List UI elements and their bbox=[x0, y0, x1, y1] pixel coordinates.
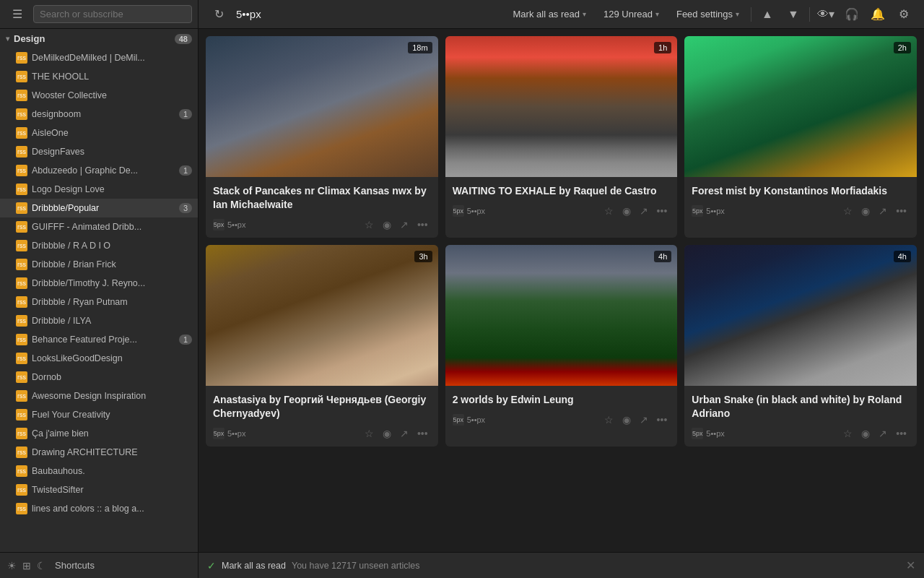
card-read-button-1[interactable]: ◉ bbox=[619, 204, 634, 218]
card-source-3: 5px 5••px bbox=[213, 428, 357, 439]
search-input[interactable] bbox=[33, 5, 192, 23]
card-card1[interactable]: 18m Stack of Pancakes nr Climax Kansas n… bbox=[206, 36, 438, 238]
card-more-button-4[interactable]: ••• bbox=[654, 413, 671, 427]
sidebar-item-17[interactable]: rss Dornob bbox=[0, 368, 198, 387]
sidebar-item-0[interactable]: rss DeMilkedDeMilked | DeMil... bbox=[0, 48, 198, 67]
sidebar-item-badge-8: 3 bbox=[179, 203, 192, 213]
hamburger-button[interactable]: ☰ bbox=[6, 3, 29, 26]
card-more-button-1[interactable]: ••• bbox=[654, 204, 671, 218]
card-share-button-0[interactable]: ↗ bbox=[397, 217, 411, 232]
card-share-button-2[interactable]: ↗ bbox=[876, 204, 890, 218]
bottombar-mark-read[interactable]: Mark all as read bbox=[222, 561, 286, 571]
unread-button[interactable]: 129 Unread ▾ bbox=[596, 6, 666, 22]
card-share-button-4[interactable]: ↗ bbox=[637, 413, 651, 427]
feed-settings-button[interactable]: Feed settings ▾ bbox=[669, 6, 746, 22]
card-actions-1: ☆ ◉ ↗ ••• bbox=[601, 204, 671, 218]
sidebar-item-23[interactable]: rss TwistedSifter bbox=[0, 480, 198, 499]
card-card2[interactable]: 1h WAITING TO EXHALE by Raquel de Castro… bbox=[445, 36, 678, 238]
card-card6[interactable]: 4h Urban Snake (in black and white) by R… bbox=[684, 245, 917, 447]
card-source-logo-1: 5px bbox=[453, 205, 464, 217]
layout-icon[interactable]: ⊞ bbox=[22, 560, 31, 571]
card-star-button-3[interactable]: ☆ bbox=[362, 426, 377, 441]
card-more-button-3[interactable]: ••• bbox=[414, 426, 431, 441]
view-icon: 👁 bbox=[817, 8, 829, 21]
feed-icon-15: rss bbox=[16, 334, 27, 345]
next-article-button[interactable]: ▼ bbox=[782, 3, 805, 26]
card-star-button-0[interactable]: ☆ bbox=[362, 217, 377, 232]
card-source-5: 5px 5••px bbox=[692, 428, 836, 439]
sidebar-item-label-15: Behance Featured Proje... bbox=[32, 335, 175, 345]
card-source-name-1: 5••px bbox=[467, 207, 485, 215]
sidebar-group-design[interactable]: ▾ Design 48 bbox=[0, 29, 198, 48]
settings-button[interactable]: ⚙ bbox=[892, 3, 915, 26]
sidebar-items-list: rss DeMilkedDeMilked | DeMil... rss THE … bbox=[0, 48, 198, 518]
card-card5[interactable]: 4h 2 worlds by Edwin Leung 5px 5••px ☆ ◉… bbox=[445, 245, 678, 447]
card-star-button-1[interactable]: ☆ bbox=[601, 204, 616, 218]
sidebar-item-label-24: lines and colors :: a blog a... bbox=[32, 504, 192, 514]
card-star-button-5[interactable]: ☆ bbox=[840, 426, 855, 441]
card-body-4: 2 worlds by Edwin Leung 5px 5••px ☆ ◉ ↗ … bbox=[445, 386, 678, 433]
sidebar-item-4[interactable]: rss AisleOne bbox=[0, 124, 198, 142]
check-icon: ✓ bbox=[207, 560, 216, 571]
card-card4[interactable]: 3h Anastasiya by Георгий Чернядьев (Geor… bbox=[206, 245, 438, 447]
card-read-button-5[interactable]: ◉ bbox=[858, 426, 873, 441]
sidebar-item-20[interactable]: rss Ça j'aime bien bbox=[0, 424, 198, 443]
feed-icon-5: rss bbox=[16, 146, 27, 158]
sidebar-item-14[interactable]: rss Dribbble / ILYA bbox=[0, 311, 198, 330]
sidebar-item-7[interactable]: rss Logo Design Love bbox=[0, 180, 198, 199]
view-button[interactable]: 👁 ▾ bbox=[814, 3, 837, 26]
bottombar-close-button[interactable]: ✕ bbox=[906, 558, 915, 572]
podcast-button[interactable]: 🎧 bbox=[840, 3, 863, 26]
card-title-4: 2 worlds by Edwin Leung bbox=[453, 393, 671, 407]
card-read-button-3[interactable]: ◉ bbox=[380, 426, 394, 441]
card-image-wrap-1: 1h bbox=[445, 36, 678, 177]
sidebar-item-label-1: THE KHOOLL bbox=[32, 72, 192, 82]
sidebar-item-12[interactable]: rss Dribbble/Timothy J. Reyno... bbox=[0, 274, 198, 293]
sidebar-item-13[interactable]: rss Dribbble / Ryan Putnam bbox=[0, 293, 198, 311]
sidebar-item-21[interactable]: rss Drawing ARCHITECTURE bbox=[0, 443, 198, 462]
prev-article-button[interactable]: ▲ bbox=[756, 3, 779, 26]
sidebar-item-8[interactable]: rss Dribbble/Popular 3 bbox=[0, 199, 198, 217]
card-share-button-1[interactable]: ↗ bbox=[637, 204, 651, 218]
sidebar-item-24[interactable]: rss lines and colors :: a blog a... bbox=[0, 499, 198, 518]
theme-icon[interactable]: ☀ bbox=[7, 560, 17, 571]
sidebar-item-5[interactable]: rss DesignFaves bbox=[0, 142, 198, 161]
sidebar-item-16[interactable]: rss LooksLikeGoodDesign bbox=[0, 349, 198, 368]
feed-icon-20: rss bbox=[16, 428, 27, 439]
refresh-button[interactable]: ↻ bbox=[207, 3, 230, 26]
mark-all-read-chevron: ▾ bbox=[583, 10, 586, 18]
card-share-button-3[interactable]: ↗ bbox=[397, 426, 411, 441]
sidebar-item-18[interactable]: rss Awesome Design Inspiration bbox=[0, 387, 198, 405]
sidebar-item-label-18: Awesome Design Inspiration bbox=[32, 391, 192, 401]
card-more-button-0[interactable]: ••• bbox=[414, 217, 431, 232]
card-share-button-5[interactable]: ↗ bbox=[876, 426, 890, 441]
card-image-3 bbox=[206, 245, 438, 386]
shortcuts-label[interactable]: Shortcuts bbox=[55, 560, 95, 571]
notifications-button[interactable]: 🔔 bbox=[866, 3, 889, 26]
card-read-button-0[interactable]: ◉ bbox=[380, 217, 394, 232]
sidebar-item-9[interactable]: rss GUIFFF - Animated Dribb... bbox=[0, 217, 198, 236]
sidebar-item-22[interactable]: rss Baubauhous. bbox=[0, 462, 198, 480]
card-star-button-4[interactable]: ☆ bbox=[601, 413, 616, 427]
feed-icon-14: rss bbox=[16, 315, 27, 327]
sidebar-item-1[interactable]: rss THE KHOOLL bbox=[0, 67, 198, 86]
card-star-button-2[interactable]: ☆ bbox=[840, 204, 855, 218]
card-read-button-4[interactable]: ◉ bbox=[619, 413, 634, 427]
card-read-button-2[interactable]: ◉ bbox=[858, 204, 873, 218]
sidebar-item-11[interactable]: rss Dribbble / Brian Frick bbox=[0, 255, 198, 274]
card-more-button-5[interactable]: ••• bbox=[893, 426, 910, 441]
sidebar-item-3[interactable]: rss designboom 1 bbox=[0, 105, 198, 124]
card-card3[interactable]: 2h Forest mist by Konstantinos Morfiadak… bbox=[684, 36, 917, 238]
sidebar-item-6[interactable]: rss Abduzeedo | Graphic De... 1 bbox=[0, 161, 198, 180]
sidebar-item-2[interactable]: rss Wooster Collective bbox=[0, 86, 198, 105]
card-more-button-2[interactable]: ••• bbox=[893, 204, 910, 218]
divider bbox=[751, 7, 751, 22]
sidebar-item-19[interactable]: rss Fuel Your Creativity bbox=[0, 405, 198, 424]
moon-icon[interactable]: ☾ bbox=[37, 560, 46, 571]
sidebar-item-15[interactable]: rss Behance Featured Proje... 1 bbox=[0, 330, 198, 349]
mark-all-read-button[interactable]: Mark all as read ▾ bbox=[506, 6, 593, 22]
sidebar-item-10[interactable]: rss Dribbble / R A D I O bbox=[0, 236, 198, 255]
bottombar: ☀ ⊞ ☾ Shortcuts ✓ Mark all as read You h… bbox=[0, 552, 924, 578]
card-image-1 bbox=[445, 36, 678, 177]
bottombar-unseen-text: You have 12717 unseen articles bbox=[292, 561, 419, 571]
